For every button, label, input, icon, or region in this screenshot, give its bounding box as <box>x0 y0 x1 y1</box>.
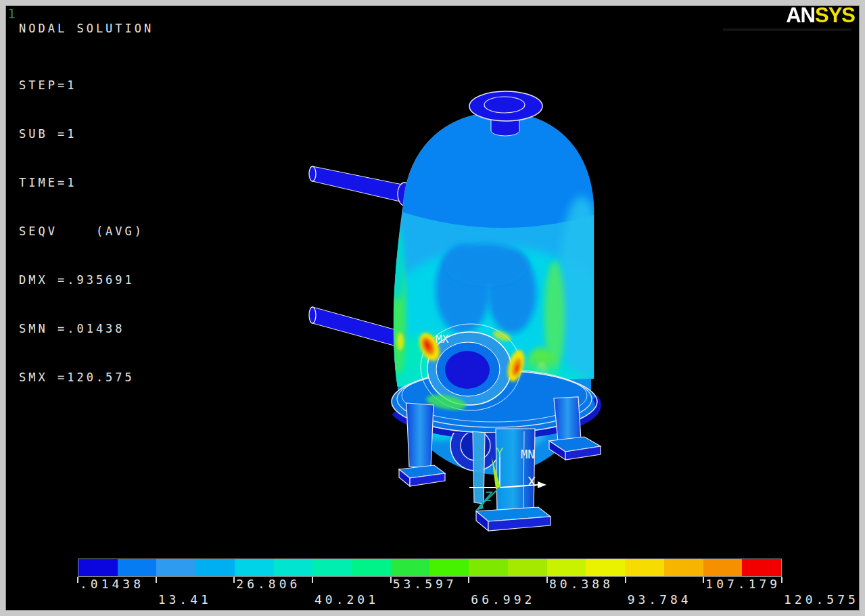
legend-band <box>274 559 313 576</box>
legend-band <box>508 559 547 576</box>
plot-number: 1 <box>7 5 16 22</box>
info-line-dmx: DMX =.935691 <box>19 272 144 288</box>
axis-y-label: Y <box>496 445 504 460</box>
legend-band <box>78 559 118 576</box>
legend-tick <box>77 577 78 583</box>
legend-band <box>118 559 157 576</box>
legend-value: 93.784 <box>628 592 692 607</box>
legend-band <box>391 559 430 576</box>
legend-band <box>742 559 781 576</box>
legend-band <box>703 559 743 576</box>
legend-value: 26.806 <box>236 577 300 591</box>
legend-tick <box>546 577 548 583</box>
legend-value: 66.992 <box>471 592 535 607</box>
ansys-logo-sys: SYS <box>815 3 855 28</box>
legend-band <box>235 559 274 576</box>
logo-watermark-streak <box>723 28 851 31</box>
axis-z-label: Z <box>484 488 493 504</box>
legend-tick <box>468 577 469 583</box>
info-line-sub: SUB =1 <box>19 126 144 142</box>
legend-value: 13.41 <box>158 592 212 607</box>
legend-value: 120.575 <box>784 592 859 607</box>
max-label: MX <box>436 333 449 346</box>
ansys-graphics-window: MX MN X Y Z 1 NODAL SOLUTION STEP=1 SUB … <box>0 0 865 616</box>
legend-band <box>469 559 508 576</box>
legend-value: .01438 <box>80 577 144 591</box>
legend-tick <box>156 577 157 583</box>
legend-value: 80.388 <box>549 577 613 591</box>
axis-x-label: X <box>528 473 536 490</box>
info-line-smx: SMX =120.575 <box>19 369 144 385</box>
legend-tick <box>703 577 704 583</box>
info-line-step: STEP=1 <box>19 77 144 93</box>
legend-tick <box>233 577 235 583</box>
stress-legend: .0143813.4126.80640.20153.59766.99280.38… <box>78 559 782 613</box>
info-line-time: TIME=1 <box>19 174 144 191</box>
ansys-logo: ANSYS <box>786 3 855 28</box>
legend-tick <box>312 577 313 583</box>
legend-color-bar <box>78 559 782 577</box>
info-line-seqv: SEQV (AVG) <box>19 223 144 239</box>
legend-band <box>664 559 703 576</box>
legend-band <box>586 559 625 576</box>
legend-band <box>156 559 195 576</box>
solution-info-block: STEP=1 SUB =1 TIME=1 SEQV (AVG) DMX =.93… <box>19 45 144 418</box>
legend-value: 107.179 <box>705 577 780 591</box>
legend-band <box>352 559 391 576</box>
legend-value: 53.597 <box>393 577 457 591</box>
legend-tick <box>625 577 626 583</box>
legend-value: 40.201 <box>314 592 379 607</box>
min-label: MN <box>521 448 534 461</box>
info-line-smn: SMN =.01438 <box>19 321 144 337</box>
legend-band <box>429 559 469 576</box>
ansys-logo-an: AN <box>786 3 815 28</box>
legend-band <box>312 559 352 576</box>
legend-tick <box>390 577 392 583</box>
legend-band <box>625 559 664 576</box>
solution-title: NODAL SOLUTION <box>19 22 154 35</box>
legend-band <box>547 559 586 576</box>
legend-band <box>195 559 235 576</box>
legend-tick <box>781 577 782 583</box>
